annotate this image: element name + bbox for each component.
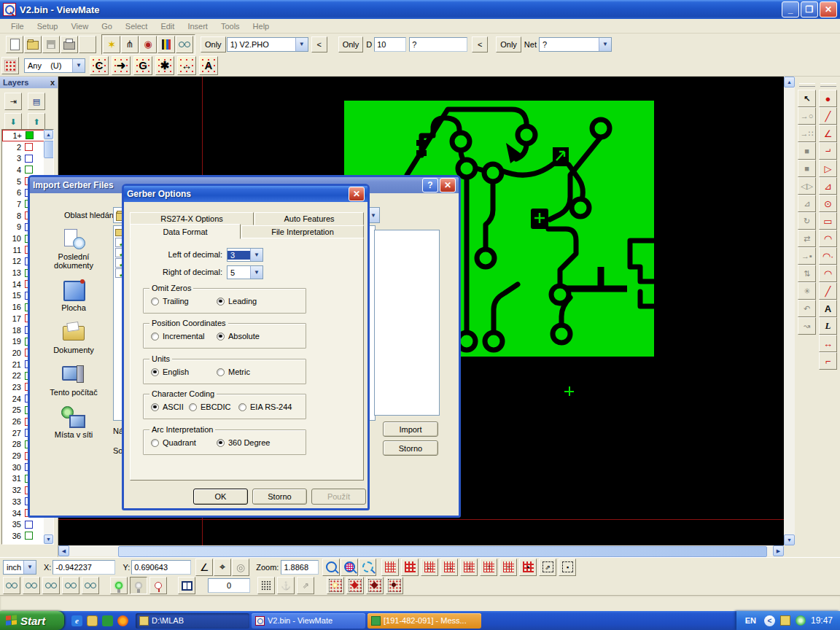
scroll-down-icon[interactable]: ▼ [44,534,53,544]
zoom-value-field[interactable]: 1.8868 [281,560,319,575]
pan-down-icon[interactable]: ↓ [460,559,478,576]
select-trace-button[interactable]: ➜ [112,56,131,75]
only-net-button[interactable]: Only [496,36,521,52]
step-repeat-tool[interactable]: ⇅ [798,265,816,282]
unit-combo[interactable]: inch ▼ [3,560,36,575]
place-recent-documents[interactable]: Poslední dokumenty [39,228,109,270]
quicklaunch-book-icon[interactable] [102,615,113,626]
select-component-button[interactable]: C [90,56,109,75]
pad-render-center-icon[interactable] [386,577,403,594]
canvas-vscrollbar[interactable]: ▲ ▼ [784,77,795,545]
stretch-select-icon[interactable]: ⇗ [539,559,556,576]
draw-sketch-tool[interactable]: ╱ [819,282,837,300]
draw-arc-tool[interactable]: ◠· [819,247,837,265]
chevron-down-icon[interactable]: ▼ [23,561,36,574]
count-field[interactable]: 0 [208,578,250,593]
print-icon[interactable] [61,36,78,53]
select-gerber-button[interactable]: G [133,56,152,75]
draw-width-tool[interactable]: ↔ [819,335,837,352]
taskbar-task-button[interactable]: [191-482-091] - Mess... [368,613,481,629]
menu-item[interactable]: Tools [214,20,246,32]
selection-scope-combo[interactable]: Any (U) ▼ [24,58,85,73]
place-desktop[interactable]: Plocha [39,279,109,312]
pad-render-filled-icon[interactable] [346,577,364,594]
quicklaunch-ie-icon[interactable]: e [71,615,82,626]
pan-left-icon[interactable]: ← [421,559,438,576]
draw-polyline-tool[interactable]: ∠ [819,125,837,142]
shear-tool[interactable]: ⊿ [798,195,816,212]
draw-corner-tool[interactable]: ⌐ [819,142,837,160]
zoom-grid-icon[interactable] [341,559,358,576]
film-target-icon[interactable]: ◉ [139,36,157,53]
dcode-input[interactable]: 10 [374,37,406,52]
draw-label-tool[interactable]: L [819,317,837,335]
radio-quadrant[interactable]: Quadrant [151,438,196,447]
net-combo[interactable]: ? ▼ [539,37,612,52]
chevron-down-icon[interactable]: ▼ [599,38,611,51]
view-filter-edit-icon[interactable] [82,577,99,594]
menu-item[interactable]: Go [95,20,119,32]
draw-fan-tool[interactable]: ▷ [819,160,837,177]
select-net-button[interactable]: ↔ [177,56,196,75]
open-file-icon[interactable] [24,36,42,53]
fill-dark-tool[interactable]: ■ [798,142,816,160]
context-help-icon[interactable] [79,36,96,53]
radio-360-degree[interactable]: 360 Degree [217,438,271,447]
anchor-icon[interactable]: ⚓ [277,577,295,594]
mirror-tool[interactable]: ◁▷ [798,177,816,195]
dot-grid-icon[interactable] [257,577,275,594]
tab-file-interpretation[interactable]: File Interpretation [241,225,364,238]
layer-color-swatch[interactable] [25,532,33,540]
quicklaunch-folder-icon[interactable] [87,615,98,626]
draw-text-tool[interactable]: A [819,300,837,317]
close-button[interactable]: ✕ [820,1,837,18]
layers-panel-titlebar[interactable]: Layers x [0,77,58,88]
import-button[interactable]: Import [383,421,438,437]
hscroll-thumb[interactable] [118,546,767,557]
pad-render-outline-icon[interactable] [327,577,344,594]
left-of-decimal-combo[interactable]: 3 ▼ [227,248,263,262]
radio-incremental[interactable]: Incremental [151,332,204,341]
radio-ascii[interactable]: ASCII [151,402,184,411]
layer-combo[interactable]: 1) V2.PHO ▼ [227,37,308,52]
place-documents[interactable]: Dokumenty [39,322,109,354]
menu-item[interactable]: File [4,20,31,32]
measure-tools-icon[interactable]: ⋔ [121,36,139,53]
save-icon[interactable] [42,36,60,53]
menu-item[interactable]: View [64,20,95,32]
radio-trailing[interactable]: Trailing [151,297,189,306]
menu-item[interactable]: Edit [154,20,181,32]
pan-right-icon[interactable]: → [440,559,458,576]
zoom-tool-icon[interactable] [322,559,340,576]
probe-icon[interactable]: ◎ [232,559,249,576]
layer-color-swatch[interactable] [25,155,33,163]
only-dcode-button[interactable]: Only [338,36,364,52]
swap-tool[interactable]: ⇄ [798,230,816,247]
fill-light-tool[interactable]: ■ [798,160,816,177]
chevron-down-icon[interactable]: ▼ [250,266,262,279]
chevron-down-icon[interactable]: ▼ [295,38,308,51]
menu-item[interactable]: Insert [181,20,214,32]
tile-windows-icon[interactable] [178,577,195,594]
inspect-glasses-icon[interactable] [176,36,193,53]
scroll-up-icon[interactable]: ▲ [784,77,795,88]
grid-offset-icon[interactable]: ▪ [519,559,537,576]
radio-absolute[interactable]: Absolute [217,332,260,341]
ok-button[interactable]: OK [193,489,248,505]
start-button[interactable]: Start [0,611,64,630]
insert-layer-button[interactable]: ⇥ [4,93,22,110]
move-layer-up-button[interactable]: ⬆ [28,113,45,131]
draw-arc-dot-tool[interactable]: ◠ [819,265,837,282]
move-layer-down-button[interactable]: ⬇ [4,113,22,131]
select-pad-button[interactable]: ✱ [155,56,174,75]
y-coordinate-field[interactable]: 0.690643 [131,560,191,575]
scroll-right-icon[interactable]: ▶ [773,545,784,556]
pan-up-icon[interactable]: ↑ [480,559,497,576]
canvas-hscrollbar[interactable]: ◀ ▶ [58,545,784,556]
scroll-up-icon[interactable]: ▲ [44,130,53,139]
close-icon[interactable]: x [50,78,55,87]
prev-layer-button[interactable]: < [311,36,327,52]
gerber-dialog-titlebar[interactable]: Gerber Options ✕ [124,186,368,202]
view-filter-dots-icon[interactable] [3,577,20,594]
palette-drag-handle[interactable] [820,83,836,87]
